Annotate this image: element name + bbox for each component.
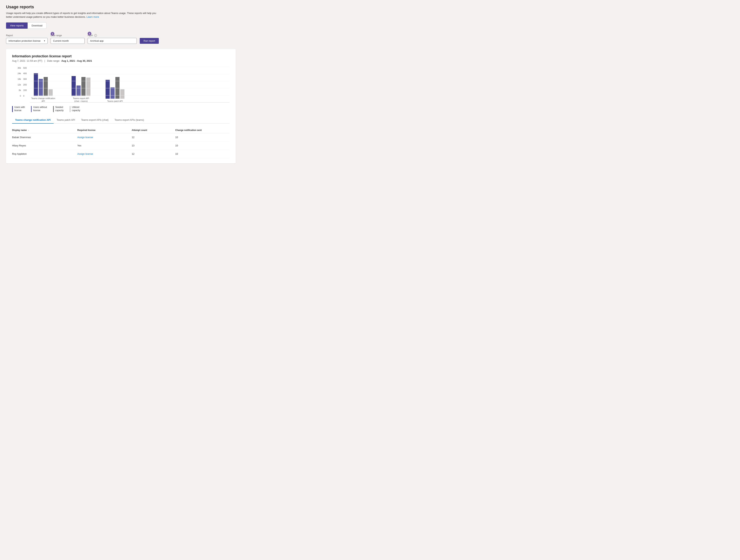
step-2-badge: 2 — [88, 32, 91, 35]
download-tab[interactable]: Download — [27, 22, 47, 29]
grid-line-3 — [30, 81, 229, 81]
chart-with-secondary-axis: 500 400 300 200 100 0 — [22, 67, 229, 103]
bar-3-gray-dark — [115, 77, 119, 99]
table-header-row: Display name ↓ Required license Attempt … — [12, 127, 229, 133]
assign-license-link-3[interactable]: Assign license — [77, 152, 93, 155]
y-label-12k: 12k — [17, 84, 21, 86]
table-row: Hilary Reyes Yes 13 10 — [12, 141, 229, 150]
apps-dropdown[interactable]: Archival app — [88, 38, 137, 44]
y-axis-secondary: 500 400 300 200 100 0 — [22, 67, 29, 97]
y-label-24k: 24k — [17, 72, 21, 75]
legend-label-users-with-license: Users withlicense — [14, 106, 25, 112]
report-dropdown[interactable]: Information protection license ▾ — [6, 38, 48, 44]
y2-label-0: 0 — [23, 95, 24, 97]
bar-1-blue-medium — [39, 79, 43, 96]
grid-line-5 — [30, 95, 229, 96]
legend-utilized-capacity: Utilizedcapacity — [70, 106, 80, 112]
apps-label: Apps i — [88, 34, 137, 37]
legend-label-utilized-capacity: Utilizedcapacity — [72, 106, 80, 112]
bar-3-blue-dark — [106, 80, 110, 99]
legend-swatch-blue-medium — [31, 106, 32, 112]
table-body: Babak Shammas Assign license 12 10 Hilar… — [12, 133, 229, 158]
bars-group-1 — [34, 73, 53, 96]
data-tab-change-notification[interactable]: Teams change notification API — [12, 117, 54, 124]
y2-label-200: 200 — [23, 84, 27, 86]
cell-license-3: Assign license — [77, 150, 132, 158]
bar-1-gray-light — [49, 89, 53, 96]
main-tabs: View reports Download — [6, 22, 236, 29]
report-group: Report Information protection license ▾ — [6, 34, 48, 44]
y2-label-100: 100 — [23, 89, 27, 91]
cell-notif-3: 10 — [175, 150, 229, 158]
chart-group-3-label: Teams patch API — [107, 100, 123, 102]
table-row: Babak Shammas Assign license 12 10 — [12, 133, 229, 141]
page-description: Usage reports will help you create diffe… — [6, 11, 161, 19]
col-header-required-license: Required license — [77, 127, 132, 133]
apps-group: 2 Apps i Archival app — [88, 34, 137, 44]
bars-area: Teams change notification API Teams expo… — [30, 67, 229, 103]
report-title: Information protection license report — [12, 54, 229, 58]
report-meta: Aug 7, 2021 11:59 am (PT) | Date range: … — [12, 60, 229, 62]
page-title: Usage reports — [6, 5, 236, 9]
data-tab-export-chat[interactable]: Teams export APIs (chat) — [78, 117, 111, 124]
cell-license-1: Assign license — [77, 133, 132, 141]
data-tab-patch-api[interactable]: Teams patch API — [54, 117, 78, 124]
bar-2-gray-dark — [81, 77, 86, 96]
bar-3-blue-medium — [110, 87, 115, 99]
col-header-attempt-count: Attempt count — [132, 127, 175, 133]
data-tab-export-teams[interactable]: Teams export APIs (teams) — [112, 117, 147, 124]
cell-notif-2: 10 — [175, 141, 229, 150]
cell-attempt-2: 13 — [132, 141, 175, 150]
col-header-display-name: Display name ↓ — [12, 127, 77, 133]
date-range-value: Current month — [53, 39, 69, 42]
col-header-notification-sent: Change notification sent — [175, 127, 229, 133]
y-label-18k: 18k — [17, 78, 21, 80]
run-report-button[interactable]: Run report — [140, 38, 159, 44]
report-time: 11:59 am (PT) — [27, 60, 42, 62]
assign-license-link-1[interactable]: Assign license — [77, 136, 93, 139]
report-date-range-value: Aug 1, 2021 - Aug 30, 2021 — [61, 60, 92, 62]
date-range-label: Date range — [51, 34, 85, 37]
cell-license-2: Yes — [77, 141, 132, 150]
chart-legend: Users withlicense Users withoutlicense S… — [12, 106, 229, 112]
legend-label-users-without-license: Users withoutlicense — [33, 106, 47, 112]
chart-section: 30k 24k 18k 12k 6k 0 500 400 300 200 100… — [12, 67, 229, 103]
bar-2-gray-light — [86, 78, 90, 96]
y2-label-400: 400 — [23, 72, 27, 75]
cell-attempt-3: 12 — [132, 150, 175, 158]
bars-group-3 — [106, 77, 124, 99]
cell-attempt-1: 12 — [132, 133, 175, 141]
cell-display-name-1: Babak Shammas — [12, 133, 77, 141]
chart-group-2-label: Teams export API(chat + teams) — [73, 97, 89, 102]
bar-2-blue-medium — [77, 86, 81, 96]
legend-users-without-license: Users withoutlicense — [31, 106, 47, 112]
grid-line-2 — [30, 74, 229, 74]
bar-3-gray-light — [120, 89, 124, 99]
step-1-badge: 1 — [51, 32, 55, 36]
apps-info-icon[interactable]: i — [94, 34, 97, 37]
y-label-0: 0 — [20, 95, 21, 97]
learn-more-link[interactable]: Learn more — [87, 15, 99, 18]
y2-label-500: 500 — [23, 67, 27, 69]
date-range-dropdown[interactable]: Current month — [51, 38, 85, 44]
report-dropdown-arrow: ▾ — [44, 40, 45, 42]
report-form: Report Information protection license ▾ … — [6, 34, 236, 44]
chart-group-1: Teams change notification API — [30, 73, 57, 102]
apps-value: Archival app — [90, 39, 104, 42]
bar-1-gray-dark — [43, 77, 48, 96]
legend-seeded-capacity: Seededcapacity — [53, 106, 64, 112]
chart-group-1-label: Teams change notification API — [30, 97, 57, 102]
legend-label-seeded-capacity: Seededcapacity — [55, 106, 64, 112]
report-value: Information protection license — [8, 39, 40, 42]
y-axis-primary: 30k 24k 18k 12k 6k 0 — [12, 67, 22, 97]
sort-icon-display-name[interactable]: ↓ — [28, 129, 29, 131]
chart-group-3: Teams patch API — [106, 77, 124, 102]
y-label-30k: 30k — [17, 67, 21, 69]
view-reports-tab[interactable]: View reports — [6, 22, 27, 29]
grid-lines — [30, 67, 229, 102]
report-date-range-label: Date range: — [47, 60, 60, 62]
legend-swatch-gray-dark — [53, 106, 54, 112]
report-card: Information protection license report Au… — [6, 49, 236, 163]
cell-display-name-2: Hilary Reyes — [12, 141, 77, 150]
bar-1-blue-dark — [34, 73, 38, 96]
